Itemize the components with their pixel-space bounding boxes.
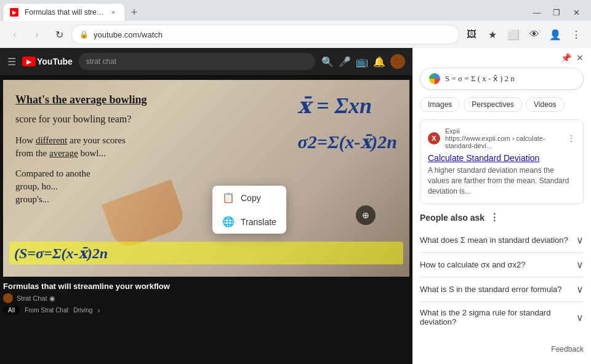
result-menu-icon[interactable]: ⋮: [567, 133, 576, 143]
side-panel-header: 📌 ✕: [412, 48, 591, 68]
video-text-line-2: score for your bowling team?: [15, 113, 175, 126]
tab-title: Formulas that will streamline: [25, 8, 105, 17]
result-card-header: X Expii https://www.expii.com › calculat…: [428, 127, 576, 149]
reload-button[interactable]: ↻: [49, 25, 69, 44]
paa-item-0[interactable]: What does Σ mean in standard deviation? …: [420, 228, 584, 253]
tab-close-button[interactable]: ×: [108, 7, 118, 17]
lens-icon[interactable]: 👁: [525, 25, 544, 44]
people-also-ask: People also ask ⋮ What does Σ mean in st…: [420, 212, 584, 333]
paa-item-3[interactable]: What is the 2 sigma rule for standard de…: [420, 302, 584, 333]
google-side-panel: 📌 ✕ S = σ = Σ ( x - x̄ ) 2 n Images Pers…: [412, 48, 591, 364]
address-text: youtube.com/watch: [94, 30, 451, 39]
extensions-icon[interactable]: ⬜: [504, 25, 523, 44]
meta-arrow-icon[interactable]: ›: [97, 306, 100, 315]
math-formula-2: σ2=Σ(x-x̄)2n: [298, 131, 397, 152]
result-snippet: A higher standard deviation means the va…: [428, 165, 576, 196]
meta-category: Driving: [73, 307, 92, 314]
forward-button[interactable]: ›: [27, 25, 47, 44]
paa-title: People also ask: [420, 213, 484, 223]
pin-icon[interactable]: 📌: [561, 53, 571, 63]
context-menu-translate-label: Translate: [241, 217, 276, 227]
browser-chrome: ▶ Formulas that will streamline × + — ❐ …: [0, 0, 591, 48]
youtube-logo-text: YouTube: [37, 57, 73, 66]
feedback-bar[interactable]: Feedback: [412, 340, 591, 358]
video-title: Formulas that will streamline your workf…: [3, 282, 409, 291]
active-tab[interactable]: ▶ Formulas that will streamline ×: [4, 4, 124, 21]
video-info: Formulas that will streamline your workf…: [0, 277, 412, 303]
screenshot-icon[interactable]: 🖼: [462, 25, 481, 44]
video-text-line-1: What's the average bowling: [15, 92, 175, 108]
translate-icon: 🌐: [222, 216, 235, 228]
address-bar[interactable]: 🔒 youtube.com/watch: [71, 25, 459, 44]
paa-chevron-0: ∨: [576, 234, 584, 246]
feedback-label: Feedback: [551, 345, 584, 354]
math-formula-1: x̄ = Σxn: [298, 92, 397, 119]
menu-icon[interactable]: ⋮: [566, 25, 586, 44]
yt-cast-icon[interactable]: 📺: [356, 56, 368, 68]
profile-icon[interactable]: 👤: [545, 25, 565, 44]
yt-avatar[interactable]: [390, 54, 405, 69]
close-button[interactable]: ✕: [568, 6, 585, 18]
video-text-line-5: Compared to anothe: [15, 167, 175, 180]
search-query-bar[interactable]: S = σ = Σ ( x - x̄ ) 2 n: [420, 68, 584, 90]
search-query-text: S = σ = Σ ( x - x̄ ) 2 n: [445, 74, 515, 84]
nav-bar: ‹ › ↻ 🔒 youtube.com/watch 🖼 ★ ⬜ 👁 👤 ⋮: [0, 21, 591, 48]
paa-item-label-3: What is the 2 sigma rule for standard de…: [420, 308, 576, 326]
video-background: What's the average bowling score for you…: [3, 80, 409, 277]
screen-capture-icon[interactable]: ⊕: [356, 205, 376, 225]
context-menu-copy-label: Copy: [241, 193, 261, 203]
nav-right-buttons: 🖼 ★ ⬜ 👁 👤 ⋮: [462, 25, 586, 44]
yt-menu-icon[interactable]: ☰: [7, 56, 16, 68]
google-logo: [429, 73, 440, 84]
filter-images[interactable]: Images: [420, 97, 460, 112]
result-domain-name: Expii: [445, 127, 562, 135]
youtube-logo: ▶ YouTube: [22, 57, 73, 66]
yt-right-icons: 🔍 🎤 📺 🔔: [321, 54, 405, 69]
youtube-search-bar[interactable]: strat chat: [79, 53, 315, 70]
video-text-line-3: How different are your scores: [15, 134, 175, 147]
yt-mic-icon[interactable]: 🎤: [339, 56, 351, 68]
yt-search-icon[interactable]: 🔍: [321, 56, 334, 68]
video-meta-bar: All From Strat Chat Driving ›: [0, 303, 412, 317]
filter-videos[interactable]: Videos: [526, 97, 564, 112]
channel-name: Strat Chat ◉: [17, 295, 55, 303]
paa-menu-icon[interactable]: ⋮: [489, 212, 499, 223]
highlighted-formula: (S=σ=Σ(x-x̄)2n: [9, 242, 403, 264]
paa-item-label-2: What is S in the standard error formula?: [420, 285, 562, 294]
meta-source: From Strat Chat: [25, 307, 68, 314]
context-menu-translate[interactable]: 🌐 Translate: [212, 210, 286, 234]
copy-icon: 📋: [222, 192, 235, 204]
paa-chevron-1: ∨: [576, 259, 584, 271]
youtube-topbar: ☰ ▶ YouTube strat chat 🔍 🎤 📺 🔔: [0, 48, 412, 75]
paa-item-label-1: How to calculate σx and σx2?: [420, 260, 525, 269]
youtube-logo-icon: ▶: [22, 57, 36, 66]
security-icon: 🔒: [79, 30, 89, 39]
search-result-card: X Expii https://www.expii.com › calculat…: [420, 119, 584, 204]
maximize-button[interactable]: ❐: [548, 6, 565, 18]
tab-favicon: ▶: [10, 8, 18, 17]
video-math-right: x̄ = Σxn σ2=Σ(x-x̄)2n: [298, 92, 397, 152]
paa-chevron-2: ∨: [576, 283, 584, 295]
minimize-button[interactable]: —: [528, 6, 545, 18]
bookmark-icon[interactable]: ★: [483, 25, 502, 44]
new-tab-button[interactable]: +: [126, 4, 143, 21]
main-content: ☰ ▶ YouTube strat chat 🔍 🎤 📺 🔔 What's: [0, 48, 591, 364]
video-channel: Strat Chat ◉: [3, 293, 409, 303]
channel-avatar: [3, 293, 13, 303]
context-menu-copy[interactable]: 📋 Copy: [212, 186, 286, 210]
result-title[interactable]: Calculate Standard Deviation: [428, 153, 576, 163]
result-domain-url: https://www.expii.com › calculate-standa…: [445, 135, 562, 149]
back-button[interactable]: ‹: [5, 25, 25, 44]
paa-item-2[interactable]: What is S in the standard error formula?…: [420, 277, 584, 302]
video-text-line-4: from the average bowl...: [15, 147, 175, 160]
paa-item-1[interactable]: How to calculate σx and σx2? ∨: [420, 253, 584, 277]
yt-notification-icon[interactable]: 🔔: [373, 56, 385, 68]
window-controls: — ❐ ✕: [528, 6, 587, 18]
youtube-search-text: strat chat: [86, 57, 116, 66]
paa-chevron-3: ∨: [576, 312, 584, 323]
filter-perspectives[interactable]: Perspectives: [464, 97, 522, 112]
meta-badge-all: All: [3, 306, 20, 315]
close-panel-icon[interactable]: ✕: [576, 53, 584, 63]
video-container: What's the average bowling score for you…: [3, 80, 409, 277]
context-menu: 📋 Copy 🌐 Translate: [212, 186, 286, 234]
